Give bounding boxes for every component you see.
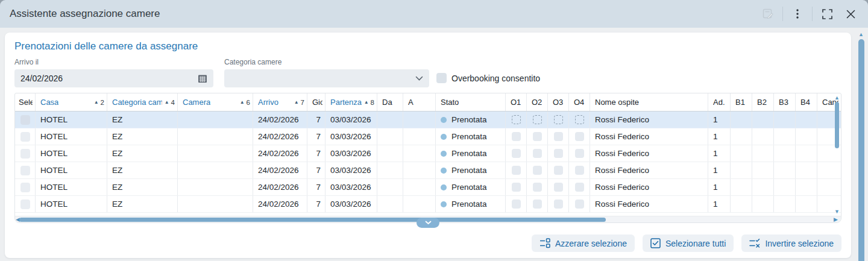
- cell-o3[interactable]: [548, 128, 569, 145]
- cell-o2[interactable]: [527, 145, 548, 162]
- column-header-categoria[interactable]: Categoria camer▲4: [107, 93, 178, 111]
- column-header-arrivo[interactable]: Arrivo▲7: [253, 93, 307, 111]
- cell-categoria: EZ: [107, 162, 178, 178]
- table-scroll-down-icon[interactable]: ▼: [834, 209, 840, 215]
- fullscreen-button[interactable]: [818, 5, 836, 23]
- cell-o1[interactable]: [506, 112, 527, 128]
- cell-arrivo: 24/02/2026: [253, 162, 307, 178]
- option-box-o3[interactable]: [554, 149, 563, 158]
- option-box-o1[interactable]: [512, 115, 521, 124]
- cell-selez[interactable]: [15, 196, 36, 212]
- page-scroll-up-icon[interactable]: ▲: [858, 32, 864, 37]
- option-box-o3[interactable]: [554, 166, 563, 175]
- arrival-date-input[interactable]: 24/02/2026: [14, 69, 213, 87]
- table-row[interactable]: HOTELEZ24/02/2026703/03/2026PrenotataRos…: [15, 162, 841, 179]
- cell-b4: [796, 179, 817, 195]
- cell-o1[interactable]: [506, 196, 527, 212]
- cell-o4[interactable]: [569, 162, 590, 178]
- cell-o3[interactable]: [548, 162, 569, 178]
- column-header-casa[interactable]: Casa▲2: [36, 93, 107, 111]
- row-select-checkbox[interactable]: [20, 115, 30, 125]
- cell-o1[interactable]: [506, 145, 527, 162]
- invert-selection-button[interactable]: Invertire selezione: [741, 234, 841, 252]
- row-select-checkbox[interactable]: [20, 183, 30, 192]
- cell-giorni: 7: [307, 112, 326, 128]
- table-row[interactable]: HOTELEZ24/02/2026703/03/2026PrenotataRos…: [15, 196, 841, 213]
- cell-o4[interactable]: [569, 196, 590, 212]
- column-header-camera[interactable]: Camera▲6: [178, 93, 253, 111]
- overbooking-option[interactable]: Overbooking consentito: [436, 73, 540, 83]
- option-box-o4[interactable]: [575, 200, 584, 209]
- cell-o2[interactable]: [527, 162, 548, 178]
- table-scroll-right-icon[interactable]: ▶: [834, 216, 838, 222]
- table-row[interactable]: HOTELEZ24/02/2026703/03/2026PrenotataRos…: [15, 145, 841, 162]
- option-box-o1[interactable]: [512, 166, 521, 175]
- save-button[interactable]: [759, 5, 777, 23]
- option-box-o4[interactable]: [575, 166, 584, 175]
- calendar-icon[interactable]: [198, 74, 207, 83]
- option-box-o4[interactable]: [575, 132, 584, 141]
- sort-order-badge: 4: [171, 99, 175, 106]
- table-scroll-up-icon[interactable]: ▲: [834, 95, 840, 101]
- option-box-o2[interactable]: [533, 200, 542, 209]
- cell-o3[interactable]: [548, 179, 569, 195]
- option-box-o4[interactable]: [575, 149, 584, 158]
- cell-o4[interactable]: [569, 145, 590, 162]
- cell-o2[interactable]: [527, 196, 548, 212]
- cell-selez[interactable]: [15, 162, 36, 178]
- cell-o2[interactable]: [527, 112, 548, 128]
- clear-selection-button[interactable]: Azzerare selezione: [532, 234, 635, 252]
- option-box-o2[interactable]: [533, 166, 542, 175]
- option-box-o4[interactable]: [575, 115, 584, 124]
- option-box-o2[interactable]: [533, 115, 542, 124]
- room-category-select[interactable]: [224, 69, 429, 87]
- option-box-o1[interactable]: [512, 149, 521, 158]
- cell-stato: Prenotata: [436, 112, 506, 128]
- column-header-partenza[interactable]: Partenza▲8: [326, 93, 377, 111]
- table-horizontal-scrollbar[interactable]: [19, 218, 606, 222]
- row-select-checkbox[interactable]: [20, 149, 30, 159]
- cell-selez[interactable]: [15, 179, 36, 195]
- cell-o1[interactable]: [506, 162, 527, 178]
- cell-o1[interactable]: [506, 128, 527, 145]
- cell-selez[interactable]: [15, 112, 36, 128]
- row-select-checkbox[interactable]: [20, 200, 30, 209]
- option-box-o1[interactable]: [512, 183, 521, 192]
- option-box-o2[interactable]: [533, 132, 542, 141]
- option-box-o3[interactable]: [554, 183, 563, 192]
- page-scrollbar[interactable]: ▲: [858, 32, 864, 261]
- cell-o4[interactable]: [569, 179, 590, 195]
- menu-button[interactable]: [788, 5, 807, 23]
- column-header-b2: B2: [752, 93, 774, 111]
- option-box-o4[interactable]: [575, 183, 584, 192]
- select-all-button[interactable]: Selezionare tutti: [643, 234, 734, 252]
- option-box-o2[interactable]: [533, 183, 542, 192]
- option-box-o3[interactable]: [554, 200, 563, 209]
- clear-selection-icon: [539, 238, 550, 248]
- cell-selez[interactable]: [15, 128, 36, 145]
- expand-table-button[interactable]: [417, 218, 439, 228]
- row-select-checkbox[interactable]: [20, 132, 30, 142]
- cell-selez[interactable]: [15, 145, 36, 162]
- cell-o1[interactable]: [506, 179, 527, 195]
- overbooking-checkbox[interactable]: [436, 73, 447, 83]
- option-box-o2[interactable]: [533, 149, 542, 158]
- row-select-checkbox[interactable]: [20, 166, 30, 175]
- cell-o3[interactable]: [548, 112, 569, 128]
- option-box-o1[interactable]: [512, 132, 521, 141]
- cell-o4[interactable]: [569, 112, 590, 128]
- cell-o3[interactable]: [548, 196, 569, 212]
- table-row[interactable]: HOTELEZ24/02/2026703/03/2026PrenotataRos…: [15, 112, 841, 128]
- option-box-o3[interactable]: [554, 132, 563, 141]
- cell-o3[interactable]: [548, 145, 569, 162]
- table-row[interactable]: HOTELEZ24/02/2026703/03/2026PrenotataRos…: [15, 128, 841, 145]
- table-row[interactable]: HOTELEZ24/02/2026703/03/2026PrenotataRos…: [15, 179, 841, 196]
- cell-o2[interactable]: [527, 128, 548, 145]
- page-scrollbar-thumb[interactable]: [858, 39, 864, 261]
- table-vertical-scrollbar[interactable]: [835, 102, 839, 148]
- close-button[interactable]: [841, 5, 860, 23]
- option-box-o3[interactable]: [554, 115, 563, 124]
- option-box-o1[interactable]: [512, 200, 521, 209]
- cell-o4[interactable]: [569, 128, 590, 145]
- cell-o2[interactable]: [527, 179, 548, 195]
